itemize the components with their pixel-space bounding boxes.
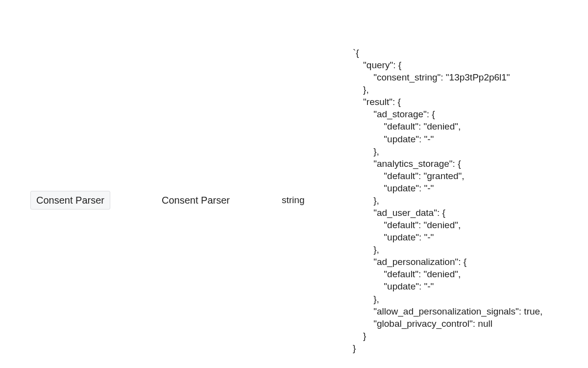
property-type-cell: string <box>265 195 353 206</box>
property-value-cell: `{ "query": { "consent_string": "13p3tPp… <box>353 47 588 354</box>
property-name-cell: Consent Parser <box>137 195 265 206</box>
property-chip[interactable]: Consent Parser <box>30 191 110 210</box>
property-chip-cell: Consent Parser <box>0 191 137 210</box>
property-row: Consent Parser Consent Parser string `{ … <box>0 0 588 354</box>
property-type: string <box>282 195 304 205</box>
property-value-code: `{ "query": { "consent_string": "13p3tPp… <box>353 47 588 354</box>
property-name: Consent Parser <box>162 195 230 206</box>
